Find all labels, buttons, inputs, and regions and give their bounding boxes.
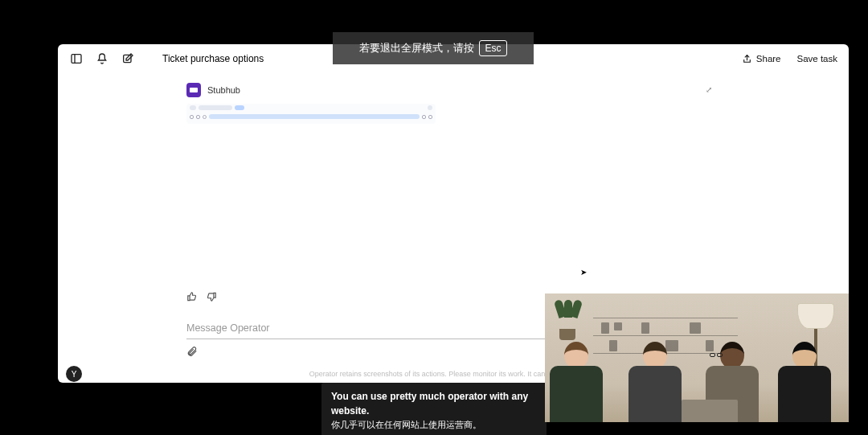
browser-site-name: Stubhub: [207, 85, 240, 95]
fullscreen-notice-text: 若要退出全屏模式，请按: [359, 41, 474, 55]
laptop-decor: [682, 400, 738, 422]
page-title: Ticket purchase options: [162, 53, 264, 64]
notifications-icon[interactable]: [95, 51, 109, 66]
share-button[interactable]: Share: [742, 54, 781, 64]
svg-rect-0: [72, 55, 81, 64]
fullscreen-exit-notice: 若要退出全屏模式，请按 Esc: [333, 32, 534, 64]
user-avatar[interactable]: Y: [66, 366, 82, 382]
save-task-label: Save task: [797, 54, 838, 64]
message-input-area: [186, 319, 583, 360]
message-input[interactable]: [186, 319, 583, 339]
person-4: [778, 342, 831, 422]
sidebar-toggle-icon[interactable]: [69, 51, 84, 66]
esc-key-badge: Esc: [479, 40, 506, 56]
share-label: Share: [756, 54, 781, 64]
person-1: [550, 342, 603, 422]
person-2: [628, 342, 682, 422]
thumbs-up-icon[interactable]: [186, 291, 198, 306]
subtitle-en: You can use pretty much operator with an…: [331, 389, 537, 418]
stubhub-favicon: [186, 83, 201, 97]
content-area: Stubhub ⤢: [58, 73, 849, 306]
expand-icon[interactable]: ⤢: [706, 86, 712, 94]
browser-screenshot-thumbnail[interactable]: [186, 104, 436, 124]
webcam-overlay: [545, 293, 849, 422]
plant-decor: [553, 300, 582, 340]
video-subtitle: You can use pretty much operator with an…: [321, 383, 547, 435]
save-task-button[interactable]: Save task: [797, 54, 838, 64]
cursor-icon: ➤: [580, 268, 587, 277]
thumbs-down-icon[interactable]: [206, 291, 217, 306]
compose-icon[interactable]: [121, 51, 135, 66]
subtitle-zh: 你几乎可以在任何网站上使用运营商。: [331, 418, 537, 432]
attachment-icon[interactable]: [186, 346, 198, 359]
